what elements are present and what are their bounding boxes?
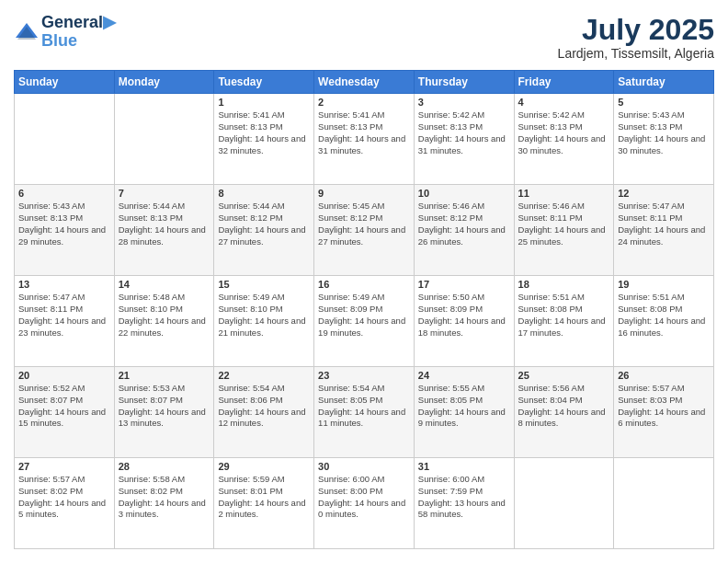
- location: Lardjem, Tissemsilt, Algeria: [558, 46, 714, 61]
- col-tuesday: Tuesday: [214, 71, 314, 94]
- day-number: 15: [218, 279, 310, 290]
- cell-info: Sunrise: 5:47 AM Sunset: 8:11 PM Dayligh…: [618, 201, 710, 247]
- day-number: 14: [119, 279, 210, 290]
- week-row-1: 1Sunrise: 5:41 AM Sunset: 8:13 PM Daylig…: [15, 94, 714, 185]
- day-number: 27: [18, 461, 110, 472]
- cell-2-3: 16Sunrise: 5:49 AM Sunset: 8:09 PM Dayli…: [314, 276, 415, 367]
- cell-0-3: 2Sunrise: 5:41 AM Sunset: 8:13 PM Daylig…: [314, 94, 415, 185]
- cell-info: Sunrise: 5:45 AM Sunset: 8:12 PM Dayligh…: [318, 201, 410, 247]
- cell-info: Sunrise: 6:00 AM Sunset: 7:59 PM Dayligh…: [418, 474, 510, 521]
- cell-info: Sunrise: 5:49 AM Sunset: 8:10 PM Dayligh…: [218, 292, 310, 339]
- cell-1-0: 6Sunrise: 5:43 AM Sunset: 8:13 PM Daylig…: [15, 185, 115, 276]
- cell-info: Sunrise: 5:59 AM Sunset: 8:01 PM Dayligh…: [218, 474, 310, 521]
- cell-3-0: 20Sunrise: 5:52 AM Sunset: 8:07 PM Dayli…: [15, 367, 115, 458]
- cell-info: Sunrise: 5:41 AM Sunset: 8:13 PM Dayligh…: [318, 109, 410, 156]
- day-number: 17: [418, 279, 510, 290]
- cell-info: Sunrise: 5:57 AM Sunset: 8:03 PM Dayligh…: [618, 383, 710, 430]
- cell-0-0: [15, 94, 115, 185]
- cell-info: Sunrise: 5:54 AM Sunset: 8:05 PM Dayligh…: [318, 383, 410, 430]
- cell-2-1: 14Sunrise: 5:48 AM Sunset: 8:10 PM Dayli…: [114, 276, 214, 367]
- day-number: 8: [218, 188, 310, 199]
- day-number: 4: [518, 97, 610, 108]
- cell-0-2: 1Sunrise: 5:41 AM Sunset: 8:13 PM Daylig…: [214, 94, 314, 185]
- day-number: 30: [318, 461, 410, 472]
- cell-info: Sunrise: 5:42 AM Sunset: 8:13 PM Dayligh…: [518, 109, 610, 156]
- cell-info: Sunrise: 5:41 AM Sunset: 8:13 PM Dayligh…: [218, 109, 310, 156]
- cell-3-4: 24Sunrise: 5:55 AM Sunset: 8:05 PM Dayli…: [414, 367, 514, 458]
- day-number: 19: [618, 279, 710, 290]
- day-number: 29: [218, 461, 310, 472]
- cell-2-6: 19Sunrise: 5:51 AM Sunset: 8:08 PM Dayli…: [614, 276, 714, 367]
- logo-icon: [14, 19, 40, 45]
- cell-1-4: 10Sunrise: 5:46 AM Sunset: 8:12 PM Dayli…: [414, 185, 514, 276]
- cell-4-2: 29Sunrise: 5:59 AM Sunset: 8:01 PM Dayli…: [214, 458, 314, 549]
- cell-2-5: 18Sunrise: 5:51 AM Sunset: 8:08 PM Dayli…: [514, 276, 614, 367]
- cell-4-3: 30Sunrise: 6:00 AM Sunset: 8:00 PM Dayli…: [314, 458, 415, 549]
- cell-4-4: 31Sunrise: 6:00 AM Sunset: 7:59 PM Dayli…: [414, 458, 514, 549]
- header: General▶ Blue July 2025 Lardjem, Tissems…: [14, 14, 714, 61]
- cell-2-2: 15Sunrise: 5:49 AM Sunset: 8:10 PM Dayli…: [214, 276, 314, 367]
- day-number: 7: [119, 188, 210, 199]
- day-number: 2: [318, 97, 410, 108]
- month-year: July 2025: [558, 14, 714, 46]
- cell-info: Sunrise: 5:43 AM Sunset: 8:13 PM Dayligh…: [18, 201, 110, 247]
- day-number: 24: [418, 370, 510, 381]
- cell-info: Sunrise: 5:46 AM Sunset: 8:12 PM Dayligh…: [418, 201, 510, 247]
- cell-info: Sunrise: 5:54 AM Sunset: 8:06 PM Dayligh…: [218, 383, 310, 430]
- cell-2-0: 13Sunrise: 5:47 AM Sunset: 8:11 PM Dayli…: [15, 276, 115, 367]
- cell-4-0: 27Sunrise: 5:57 AM Sunset: 8:02 PM Dayli…: [15, 458, 115, 549]
- cell-info: Sunrise: 5:49 AM Sunset: 8:09 PM Dayligh…: [318, 292, 410, 339]
- week-row-4: 20Sunrise: 5:52 AM Sunset: 8:07 PM Dayli…: [15, 367, 714, 458]
- cell-3-1: 21Sunrise: 5:53 AM Sunset: 8:07 PM Dayli…: [114, 367, 214, 458]
- calendar-header-row: Sunday Monday Tuesday Wednesday Thursday…: [15, 71, 714, 94]
- day-number: 25: [518, 370, 610, 381]
- day-number: 18: [518, 279, 610, 290]
- col-sunday: Sunday: [15, 71, 115, 94]
- cell-1-3: 9Sunrise: 5:45 AM Sunset: 8:12 PM Daylig…: [314, 185, 415, 276]
- cell-info: Sunrise: 5:55 AM Sunset: 8:05 PM Dayligh…: [418, 383, 510, 430]
- cell-1-6: 12Sunrise: 5:47 AM Sunset: 8:11 PM Dayli…: [614, 185, 714, 276]
- cell-2-4: 17Sunrise: 5:50 AM Sunset: 8:09 PM Dayli…: [414, 276, 514, 367]
- cell-info: Sunrise: 5:53 AM Sunset: 8:07 PM Dayligh…: [119, 383, 210, 430]
- cell-info: Sunrise: 5:50 AM Sunset: 8:09 PM Dayligh…: [418, 292, 510, 339]
- cell-info: Sunrise: 5:47 AM Sunset: 8:11 PM Dayligh…: [18, 292, 110, 339]
- day-number: 6: [18, 188, 110, 199]
- week-row-2: 6Sunrise: 5:43 AM Sunset: 8:13 PM Daylig…: [15, 185, 714, 276]
- page: General▶ Blue July 2025 Lardjem, Tissems…: [0, 0, 728, 563]
- col-monday: Monday: [114, 71, 214, 94]
- cell-4-5: [514, 458, 614, 549]
- col-friday: Friday: [514, 71, 614, 94]
- day-number: 31: [418, 461, 510, 472]
- cell-4-6: [614, 458, 714, 549]
- day-number: 10: [418, 188, 510, 199]
- calendar-table: Sunday Monday Tuesday Wednesday Thursday…: [14, 70, 714, 549]
- cell-info: Sunrise: 5:56 AM Sunset: 8:04 PM Dayligh…: [518, 383, 610, 430]
- day-number: 9: [318, 188, 410, 199]
- day-number: 1: [218, 97, 310, 108]
- day-number: 12: [618, 188, 710, 199]
- cell-0-4: 3Sunrise: 5:42 AM Sunset: 8:13 PM Daylig…: [414, 94, 514, 185]
- day-number: 13: [18, 279, 110, 290]
- day-number: 20: [18, 370, 110, 381]
- day-number: 22: [218, 370, 310, 381]
- cell-info: Sunrise: 5:43 AM Sunset: 8:13 PM Dayligh…: [618, 109, 710, 156]
- cell-info: Sunrise: 5:48 AM Sunset: 8:10 PM Dayligh…: [119, 292, 210, 339]
- day-number: 28: [119, 461, 210, 472]
- col-wednesday: Wednesday: [314, 71, 415, 94]
- cell-3-5: 25Sunrise: 5:56 AM Sunset: 8:04 PM Dayli…: [514, 367, 614, 458]
- day-number: 23: [318, 370, 410, 381]
- cell-0-6: 5Sunrise: 5:43 AM Sunset: 8:13 PM Daylig…: [614, 94, 714, 185]
- logo-text: General▶ Blue: [41, 14, 116, 51]
- col-saturday: Saturday: [614, 71, 714, 94]
- week-row-5: 27Sunrise: 5:57 AM Sunset: 8:02 PM Dayli…: [15, 458, 714, 549]
- day-number: 11: [518, 188, 610, 199]
- col-thursday: Thursday: [414, 71, 514, 94]
- cell-1-2: 8Sunrise: 5:44 AM Sunset: 8:12 PM Daylig…: [214, 185, 314, 276]
- cell-info: Sunrise: 5:52 AM Sunset: 8:07 PM Dayligh…: [18, 383, 110, 430]
- cell-info: Sunrise: 5:58 AM Sunset: 8:02 PM Dayligh…: [119, 474, 210, 521]
- logo: General▶ Blue: [14, 14, 116, 51]
- cell-info: Sunrise: 6:00 AM Sunset: 8:00 PM Dayligh…: [318, 474, 410, 521]
- cell-3-6: 26Sunrise: 5:57 AM Sunset: 8:03 PM Dayli…: [614, 367, 714, 458]
- day-number: 21: [119, 370, 210, 381]
- day-number: 26: [618, 370, 710, 381]
